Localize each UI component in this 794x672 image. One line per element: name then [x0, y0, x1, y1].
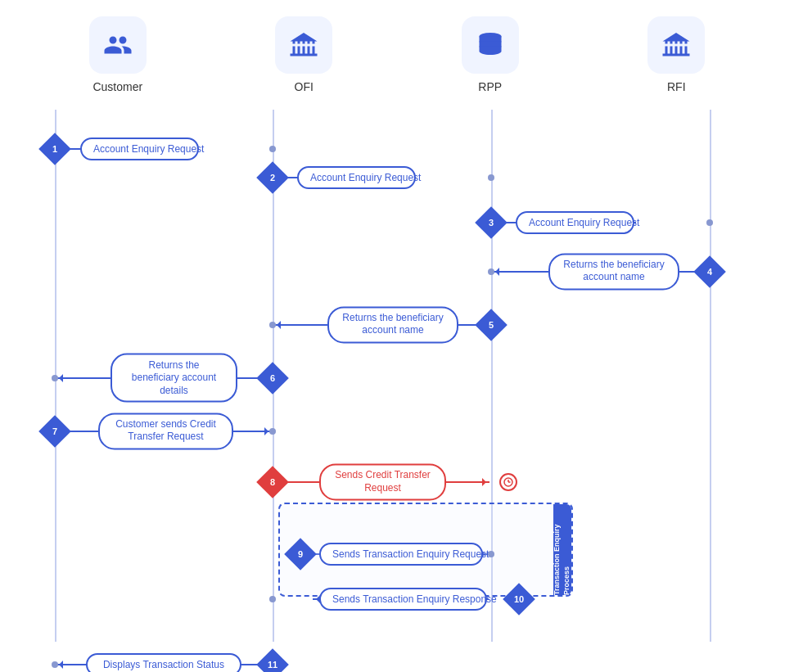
msg-box-9: Sends Transaction Enquiry Request: [319, 543, 483, 566]
step-3-row: 3 Account Enquiry Request: [25, 200, 769, 245]
actors-row: Customer OFI RPP: [0, 16, 794, 93]
diamond-8: 8: [256, 466, 289, 498]
diamond-5: 5: [475, 309, 508, 341]
diamond-4: 4: [693, 255, 726, 288]
rfi-label: RFI: [667, 80, 686, 93]
rfi-icon-bg: [647, 16, 705, 74]
diamond-3: 3: [475, 206, 508, 239]
msg-box-4: Returns the beneficiary account name: [548, 253, 679, 290]
dot-11-customer: [52, 661, 58, 668]
diamond-8-label: 8: [270, 477, 275, 487]
actor-ofi: OFI: [255, 16, 353, 93]
diamond-11: 11: [256, 648, 289, 672]
dot-9-rpp: [488, 551, 494, 557]
rpp-label: RPP: [478, 80, 502, 93]
dot-5-ofi: [269, 322, 276, 328]
step-2-row: 2 Account Enquiry Request: [25, 155, 769, 200]
actor-rpp: RPP: [441, 16, 539, 93]
msg-box-8: Sends Credit Transfer Request: [319, 463, 446, 500]
bank-icon-ofi: [289, 30, 318, 60]
enquiry-label-text: Transaction Enquiry Process: [553, 504, 571, 595]
bank-icon-rfi: [661, 30, 691, 60]
dot-3-rfi: [706, 219, 713, 226]
diamond-7: 7: [38, 415, 71, 448]
people-icon: [103, 30, 133, 60]
actor-rfi: RFI: [627, 16, 725, 93]
step-4-row: Returns the beneficiary account name 4: [25, 245, 769, 298]
diamond-2-label: 2: [270, 173, 275, 183]
rpp-icon-bg: [462, 16, 519, 74]
diamond-1-label: 1: [52, 144, 57, 154]
step-5-row: Returns the beneficiary account name 5: [25, 298, 769, 351]
sequence-area: 1 Account Enquiry Request 2 Account Enqu…: [25, 110, 769, 642]
database-icon: [476, 30, 505, 60]
step-6-row: Returns the beneficiary account details …: [25, 351, 769, 404]
msg-box-10: Sends Transaction Enquiry Response: [319, 588, 487, 611]
enquiry-label-bg: Transaction Enquiry Process: [553, 504, 571, 595]
msg-box-5: Returns the beneficiary account name: [327, 306, 458, 343]
step-11-row: Displays Transaction Status 11: [25, 642, 769, 672]
diamond-6-label: 6: [270, 373, 275, 383]
msg-box-1: Account Enquiry Request: [80, 138, 199, 160]
timer-icon: [499, 473, 517, 491]
dot-4-rpp: [488, 268, 494, 275]
customer-label: Customer: [92, 80, 142, 93]
msg-box-6: Returns the beneficiary account details: [111, 353, 237, 403]
dot-2-rpp: [488, 174, 494, 181]
diamond-2: 2: [256, 161, 289, 194]
msg-box-2: Account Enquiry Request: [297, 166, 416, 189]
ofi-icon-bg: [275, 16, 332, 74]
msg-box-7: Customer sends Credit Transfer Request: [98, 413, 233, 449]
diamond-6: 6: [256, 362, 289, 395]
diamond-5-label: 5: [489, 320, 494, 330]
timer-svg: [503, 477, 513, 487]
diamond-10-label: 10: [514, 594, 524, 604]
diamond-11-label: 11: [268, 660, 277, 670]
diamond-4-label: 4: [707, 267, 712, 277]
diamond-7-label: 7: [52, 426, 57, 436]
diamond-3-label: 3: [489, 218, 494, 228]
dot-7-ofi: [269, 428, 276, 435]
ofi-label: OFI: [295, 80, 314, 93]
dot-10-ofi: [269, 596, 276, 602]
actor-customer: Customer: [69, 16, 167, 93]
step-7-row: 7 Customer sends Credit Transfer Request: [25, 404, 769, 458]
customer-icon-bg: [89, 16, 147, 74]
msg-box-11: Displays Transaction Status: [86, 653, 241, 673]
msg-box-3: Account Enquiry Request: [516, 211, 634, 234]
diamond-9-label: 9: [298, 549, 303, 559]
step-8-row: 8 Sends Credit Transfer Request: [25, 458, 769, 507]
diagram-container: Customer OFI RPP: [0, 0, 794, 672]
dot-6-customer: [52, 375, 58, 381]
dot-1-ofi: [269, 146, 276, 152]
